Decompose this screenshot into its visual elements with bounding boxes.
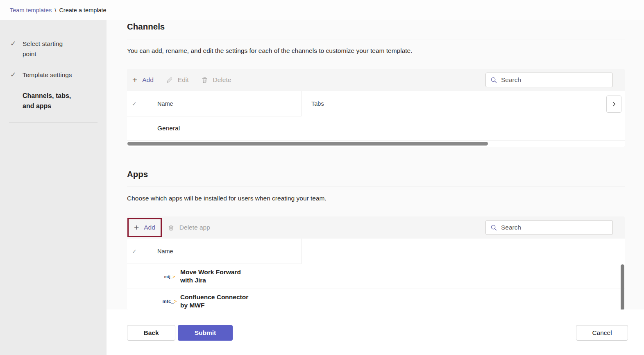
sidebar-step-template-settings[interactable]: ✓ Template settings <box>0 70 107 80</box>
trash-icon <box>201 77 208 84</box>
footer-action-bar: Back Submit Cancel <box>107 309 644 355</box>
apps-table-header: ✓ Name <box>127 239 625 264</box>
channels-heading: Channels <box>127 21 625 32</box>
channels-description: You can add, rename, and edit the settin… <box>127 46 625 55</box>
app-name: Confluence Connector by MWF <box>180 293 248 309</box>
plus-icon: + <box>134 223 139 232</box>
submit-button[interactable]: Submit <box>178 325 233 341</box>
apps-search-input[interactable] <box>501 221 612 234</box>
main-content: Channels You can add, rename, and edit t… <box>107 20 644 355</box>
select-all-checkmark-icon[interactable]: ✓ <box>132 248 137 255</box>
checkmark-icon <box>10 91 23 111</box>
section-divider <box>127 39 625 39</box>
step-label: Template settings <box>23 70 84 80</box>
wizard-steps-sidebar: ✓ Select starting point ✓ Template setti… <box>0 20 107 355</box>
edit-channel-button[interactable]: Edit <box>166 76 189 84</box>
trash-icon <box>168 224 175 231</box>
select-all-checkmark-icon[interactable]: ✓ <box>132 100 137 107</box>
add-button-highlight: + Add <box>127 218 162 237</box>
checkmark-icon: ✓ <box>10 70 23 80</box>
add-channel-button[interactable]: + Add <box>132 76 154 84</box>
column-divider <box>301 239 302 264</box>
channels-toolbar: + Add Edit Delete <box>127 69 625 91</box>
apps-heading: Apps <box>127 168 625 180</box>
vertical-scrollbar[interactable] <box>621 264 624 309</box>
delete-app-button[interactable]: Delete app <box>168 224 210 231</box>
table-row-general[interactable]: General <box>127 116 625 141</box>
delete-channel-button[interactable]: Delete <box>201 76 231 84</box>
chevron-right-icon <box>611 101 617 107</box>
breadcrumb-current: Create a template <box>59 7 106 14</box>
channels-table: ✓ Name Tabs General <box>127 91 625 147</box>
breadcrumb-link-team-templates[interactable]: Team templates <box>10 7 52 14</box>
back-button[interactable]: Back <box>127 325 175 341</box>
sidebar-step-select-starting-point[interactable]: ✓ Select starting point <box>0 39 107 59</box>
apps-toolbar: + Add Delete app <box>127 216 625 239</box>
apps-description: Choose which apps will be installed for … <box>127 194 625 203</box>
column-header-tabs: Tabs <box>311 100 324 107</box>
search-icon <box>490 77 497 84</box>
sidebar-divider <box>9 122 98 123</box>
cancel-button[interactable]: Cancel <box>576 325 628 341</box>
channels-table-header: ✓ Name Tabs <box>127 91 625 116</box>
horizontal-scrollbar-track <box>127 141 625 147</box>
header-border <box>127 116 301 116</box>
sidebar-step-channels-tabs-apps[interactable]: Channels, tabs, and apps <box>0 91 107 111</box>
channel-name: General <box>157 125 180 132</box>
column-header-name: Name <box>157 248 173 255</box>
column-header-name: Name <box>157 100 173 107</box>
step-label: Select starting point <box>23 39 84 59</box>
expand-columns-button[interactable] <box>606 96 621 113</box>
apps-table: ✓ Name mtj_> Move Work Forward with Jira… <box>127 239 625 309</box>
plus-icon: + <box>132 76 137 84</box>
section-divider <box>127 187 625 187</box>
app-icon: mtj_> <box>161 274 178 279</box>
pencil-icon <box>166 77 173 84</box>
channels-search-input[interactable] <box>501 74 612 86</box>
search-icon <box>490 224 497 231</box>
step-label: Channels, tabs, and apps <box>23 91 84 111</box>
checkmark-icon: ✓ <box>10 39 23 59</box>
app-icon: mtc_> <box>161 299 178 304</box>
table-row-move-work-forward[interactable]: mtj_> Move Work Forward with Jira <box>127 264 625 289</box>
table-row-confluence-connector[interactable]: mtc_> Confluence Connector by MWF <box>127 289 625 309</box>
channels-search-box <box>485 73 613 87</box>
column-divider <box>301 91 302 116</box>
breadcrumb-separator: \ <box>54 7 56 14</box>
add-app-button[interactable]: + Add <box>134 223 155 232</box>
breadcrumb: Team templates \ Create a template <box>0 0 644 20</box>
horizontal-scrollbar[interactable] <box>127 142 488 146</box>
apps-search-box <box>485 220 613 235</box>
app-name: Move Work Forward with Jira <box>180 268 241 284</box>
